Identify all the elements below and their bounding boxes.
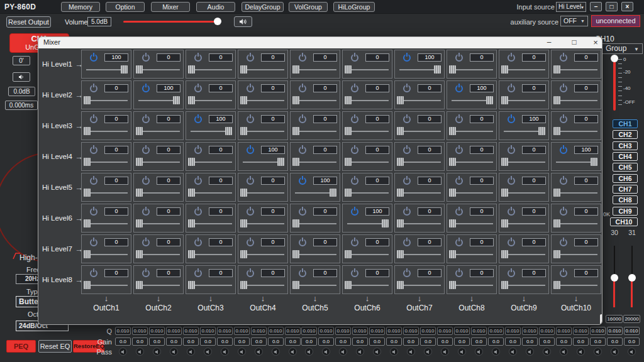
power-toggle-icon[interactable] <box>403 146 411 154</box>
mixer-level-slider[interactable] <box>191 223 232 224</box>
power-toggle-icon[interactable] <box>247 85 254 92</box>
q-value-band-10[interactable]: 0.010 <box>268 327 284 335</box>
power-toggle-icon[interactable] <box>351 146 358 154</box>
mute-button[interactable] <box>234 16 252 27</box>
mixer-level-slider[interactable] <box>86 192 128 194</box>
mixer-level-value[interactable]: 100 <box>157 84 180 92</box>
gain-value-band-14[interactable]: 0.0 <box>335 337 351 346</box>
power-toggle-icon[interactable] <box>403 54 411 62</box>
mixer-level-slider[interactable] <box>191 69 232 70</box>
q-value-band-21[interactable]: 0.010 <box>454 327 470 335</box>
mixer-level-slider[interactable] <box>295 69 336 70</box>
slider-handle[interactable] <box>84 127 91 135</box>
gain-value-band-16[interactable]: 0.0 <box>369 337 385 346</box>
gain-value-band-5[interactable]: 0.0 <box>183 337 199 346</box>
mixer-level-value[interactable]: 0 <box>574 177 598 185</box>
maximize-button[interactable]: □ <box>606 2 618 11</box>
mixer-level-value[interactable]: 0 <box>104 146 128 154</box>
mixer-dialog-titlebar[interactable]: Mixer – □ × <box>38 37 602 48</box>
power-toggle-icon[interactable] <box>560 116 567 123</box>
power-toggle-icon[interactable] <box>247 208 254 216</box>
mixer-level-value[interactable]: 0 <box>313 238 337 246</box>
pass-speaker-button-band-19[interactable] <box>424 348 432 356</box>
mixer-level-value[interactable]: 0 <box>470 238 494 246</box>
power-toggle-icon[interactable] <box>351 116 358 123</box>
slider-handle[interactable] <box>449 189 456 197</box>
power-toggle-icon[interactable] <box>299 146 306 154</box>
mixer-level-value[interactable]: 100 <box>104 53 128 62</box>
q-value-band-16[interactable]: 0.010 <box>369 327 385 335</box>
gain-value-band-4[interactable]: 0.0 <box>166 337 182 346</box>
gain-value-band-21[interactable]: 0.0 <box>454 337 470 346</box>
power-toggle-icon[interactable] <box>194 239 202 246</box>
gain-value-band-1[interactable]: 0.0 <box>115 337 131 346</box>
q-value-band-31[interactable]: 0.010 <box>624 327 640 335</box>
power-toggle-icon[interactable] <box>194 270 202 277</box>
mixer-level-slider[interactable] <box>452 285 493 286</box>
mixer-level-slider[interactable] <box>399 131 441 132</box>
mixer-level-slider[interactable] <box>86 131 128 132</box>
mixer-level-value[interactable]: 0 <box>522 269 546 277</box>
gain-value-band-19[interactable]: 0.0 <box>420 337 436 346</box>
q-value-band-7[interactable]: 0.010 <box>217 327 233 335</box>
slider-handle[interactable] <box>553 96 560 104</box>
q-value-band-15[interactable]: 0.010 <box>352 327 368 335</box>
mixer-level-value[interactable]: 0 <box>313 269 337 277</box>
freq-value-band-30[interactable]: 16000 <box>606 315 623 323</box>
gain-value-band-22[interactable]: 0.0 <box>471 337 487 346</box>
volume-value-field[interactable]: 5.0dB <box>87 17 111 26</box>
power-toggle-icon[interactable] <box>508 85 515 92</box>
q-value-band-8[interactable]: 0.010 <box>234 327 250 335</box>
mixer-level-slider[interactable] <box>452 192 493 194</box>
slider-handle[interactable] <box>240 65 247 74</box>
menu-button-memory[interactable]: Memory <box>61 2 100 12</box>
power-toggle-icon[interactable] <box>455 177 463 185</box>
mixer-level-value[interactable]: 0 <box>522 146 546 154</box>
power-toggle-icon[interactable] <box>351 54 358 62</box>
mixer-level-value[interactable]: 0 <box>209 269 233 277</box>
mixer-level-slider[interactable] <box>556 69 597 70</box>
mixer-level-value[interactable]: 100 <box>313 177 337 185</box>
power-toggle-icon[interactable] <box>403 270 411 277</box>
slider-handle[interactable] <box>345 250 352 258</box>
mixer-level-slider[interactable] <box>243 131 284 132</box>
q-value-band-30[interactable]: 0.010 <box>607 327 623 335</box>
gain-value-band-24[interactable]: 0.0 <box>505 337 521 346</box>
power-toggle-icon[interactable] <box>194 146 202 154</box>
power-toggle-icon[interactable] <box>90 146 97 154</box>
power-toggle-icon[interactable] <box>194 116 202 123</box>
mixer-level-value[interactable]: 0 <box>104 238 128 246</box>
mixer-level-value[interactable]: 0 <box>574 84 598 92</box>
pass-speaker-button-band-28[interactable] <box>577 348 585 356</box>
slider-handle[interactable] <box>449 250 456 258</box>
power-toggle-icon[interactable] <box>247 116 254 123</box>
mixer-level-slider[interactable] <box>504 285 545 286</box>
gain-value-band-27[interactable]: 0.0 <box>556 337 572 346</box>
mixer-level-value[interactable]: 0 <box>261 177 285 185</box>
mixer-level-slider[interactable] <box>138 223 180 224</box>
slider-handle[interactable] <box>240 189 247 197</box>
slider-handle[interactable] <box>397 158 404 166</box>
menu-button-audio[interactable]: Audio <box>196 2 235 12</box>
mixer-level-value[interactable]: 0 <box>522 238 546 246</box>
mixer-level-slider[interactable] <box>191 162 232 163</box>
power-toggle-icon[interactable] <box>247 177 254 185</box>
slider-handle[interactable] <box>449 127 456 135</box>
q-value-band-1[interactable]: 0.010 <box>115 327 131 335</box>
gain-value-band-17[interactable]: 0.0 <box>386 337 402 346</box>
mixer-level-value[interactable]: 0 <box>365 177 389 185</box>
pass-speaker-button-band-1[interactable] <box>119 348 127 356</box>
mixer-level-slider[interactable] <box>347 100 389 101</box>
power-toggle-icon[interactable] <box>560 146 567 154</box>
slider-handle[interactable] <box>449 219 456 228</box>
pass-speaker-button-band-31[interactable] <box>628 348 636 356</box>
slider-handle[interactable] <box>553 250 560 258</box>
mixer-level-slider[interactable] <box>138 162 180 163</box>
pass-speaker-button-band-9[interactable] <box>255 348 263 356</box>
slider-handle[interactable] <box>188 219 195 228</box>
power-toggle-icon[interactable] <box>508 177 515 185</box>
reset-eq-button[interactable]: Reset EQ <box>38 340 72 353</box>
gain-value-band-3[interactable]: 0.0 <box>149 337 165 346</box>
power-toggle-icon[interactable] <box>508 208 515 216</box>
channel-button-ch3[interactable]: CH3 <box>613 141 638 150</box>
